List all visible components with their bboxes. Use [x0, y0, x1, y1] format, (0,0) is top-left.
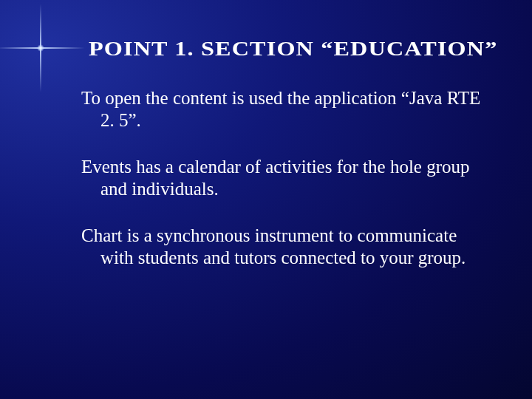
slide-body: To open the content is used the applicat…	[81, 87, 488, 268]
paragraph: Events has a calendar of activities for …	[81, 156, 488, 200]
slide-container: Point 1. Section “Education” To open the…	[0, 0, 532, 399]
paragraph: To open the content is used the applicat…	[81, 87, 488, 131]
paragraph: Chart is a synchronous instrument to com…	[81, 225, 488, 268]
slide-title: Point 1. Section “Education”	[89, 37, 532, 61]
